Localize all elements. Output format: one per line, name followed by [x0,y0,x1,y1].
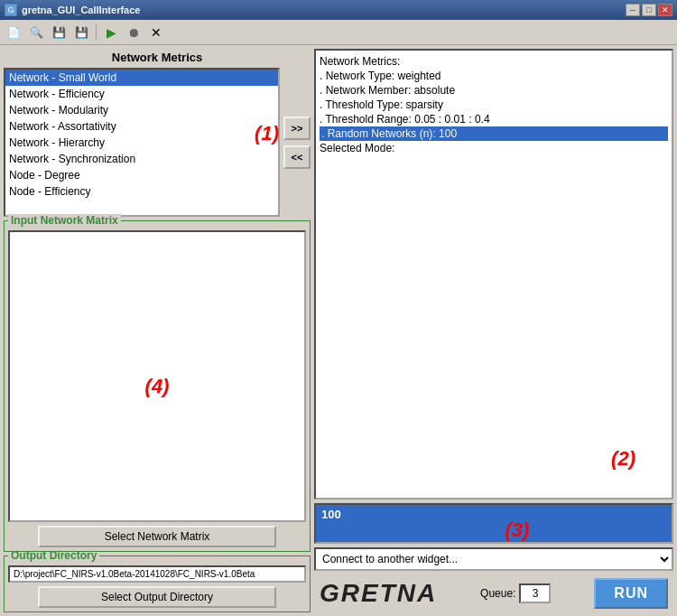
metrics-info-line: . Network Member: absolute [320,83,668,98]
random-networks-value: 100 [321,508,341,521]
toolbar-new-btn[interactable]: 📄 [4,23,23,42]
metrics-list-item[interactable]: Node - Degree [5,167,278,183]
metrics-list-item[interactable]: Network - Small World [5,70,278,86]
toolbar-save2-btn[interactable]: 💾 [71,23,91,42]
select-output-button[interactable]: Select Output Directory [38,586,276,608]
metrics-info-line: Selected Mode: [320,141,668,155]
toolbar: 📄 🔍 💾 💾 ▶ ⏺ ✕ [0,20,677,45]
metrics-list-item[interactable]: Network - Synchronization [5,151,278,167]
queue-label: Queue: [480,587,515,600]
metrics-info-line: . Network Type: weighted [320,69,668,83]
toolbar-play-btn[interactable]: ▶ [101,23,121,42]
main-container: Network Metrics Network - Small WorldNet… [0,45,677,616]
metrics-list-item[interactable]: Node - Efficiency [5,183,278,200]
label-3: (3) [505,518,530,542]
metrics-arrows: >> << [283,68,311,217]
close-button[interactable]: ✕ [658,4,672,16]
input-matrix-label: Input Network Matrix [8,214,121,227]
connect-dropdown[interactable]: Connect to another widget... [314,547,673,571]
metrics-list-area: Network - Small WorldNetwork - Efficienc… [4,68,311,217]
metrics-info-line: . Threshold Range: 0.05 : 0.01 : 0.4 [320,112,668,126]
gretna-logo: GRETNA [320,579,437,608]
metrics-list[interactable]: Network - Small WorldNetwork - Efficienc… [4,68,280,217]
output-path: D:\project\FC_NIRS-v1.0Beta-20141028\FC_… [8,565,306,583]
matrix-textarea[interactable] [8,230,306,522]
random-networks-box: 100 (3) [314,503,673,544]
metrics-list-item[interactable]: Network - Assortativity [5,118,278,135]
queue-input[interactable] [519,583,551,603]
window-controls: ─ □ ✕ [626,4,672,16]
maximize-button[interactable]: □ [642,4,656,16]
toolbar-separator [96,24,97,41]
metrics-title: Network Metrics [4,49,311,68]
toolbar-close-btn[interactable]: ✕ [146,23,166,42]
minimize-button[interactable]: ─ [626,4,640,16]
bottom-right: Connect to another widget... GRETNA Queu… [314,547,673,612]
run-button[interactable]: RUN [594,578,668,609]
toolbar-open-btn[interactable]: 🔍 [26,23,46,42]
metrics-section: Network Metrics Network - Small WorldNet… [4,49,311,217]
title-bar: G gretna_GUI_CallInterface ─ □ ✕ [0,0,677,20]
left-panel: Network Metrics Network - Small WorldNet… [4,49,311,612]
toolbar-stop-btn[interactable]: ⏺ [124,23,144,42]
arrow-left-btn[interactable]: << [283,145,311,169]
arrow-right-btn[interactable]: >> [283,117,311,140]
metrics-list-item[interactable]: Network - Efficiency [5,86,278,102]
select-matrix-button[interactable]: Select Network Matrix [38,526,276,547]
label-2: (2) [611,447,635,471]
gretna-row: GRETNA Queue: RUN [314,574,673,612]
metrics-list-item[interactable]: Network - Hierarchy [5,135,278,151]
metrics-info-line: . Random Networks (n): 100 [320,126,668,141]
toolbar-save-btn[interactable]: 💾 [49,23,69,42]
right-panel: Network Metrics:. Network Type: weighted… [314,49,673,612]
output-dir-group: Output Directory D:\project\FC_NIRS-v1.0… [4,555,311,612]
metrics-info-box: Network Metrics:. Network Type: weighted… [314,49,673,499]
window-title: gretna_GUI_CallInterface [22,5,626,15]
metrics-info-line: . Threshold Type: sparsity [320,98,668,112]
queue-area: Queue: [480,583,551,603]
app-icon: G [5,4,17,16]
input-matrix-group: Input Network Matrix Select Network Matr… [4,220,311,552]
metrics-list-item[interactable]: Network - Modularity [5,102,278,118]
metrics-info-line: Network Metrics: [320,54,668,69]
